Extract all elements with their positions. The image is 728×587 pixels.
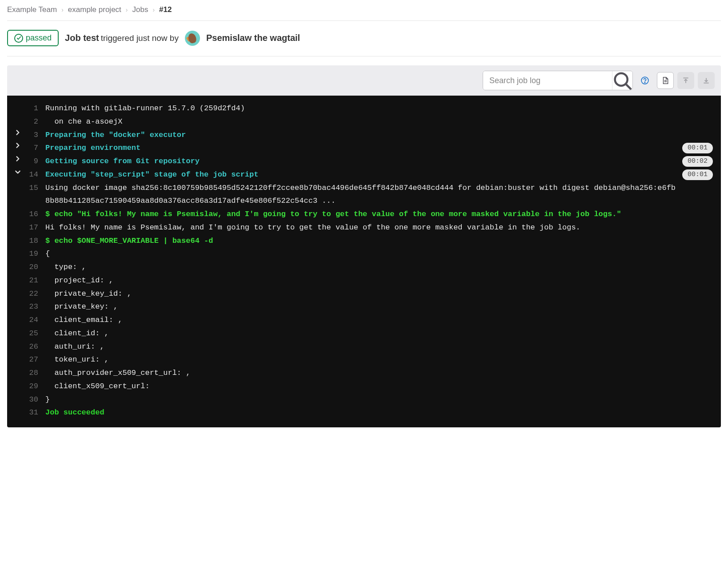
line-number[interactable]: 27 <box>24 353 45 366</box>
log-text: auth_provider_x509_cert_url: , <box>45 366 713 380</box>
log-text: Getting source from Git repository <box>45 155 682 168</box>
log-line: 17Hi folks! My name is Psemislaw, and I'… <box>12 221 713 234</box>
log-gutter <box>12 393 24 394</box>
section-toggle chevron-right-icon[interactable] <box>12 141 24 149</box>
log-text: $ echo "Hi folks! My name is Psemislaw, … <box>45 208 713 221</box>
line-number[interactable]: 3 <box>24 129 45 142</box>
search-box <box>483 71 633 90</box>
breadcrumb-team[interactable]: Example Team <box>7 5 57 14</box>
line-number[interactable]: 26 <box>24 340 45 354</box>
log-line: 20 type: , <box>12 261 713 274</box>
log-panel: 1Running with gitlab-runner 15.7.0 (259d… <box>7 65 721 427</box>
line-number[interactable]: 20 <box>24 261 45 274</box>
status-badge[interactable]: passed <box>7 30 59 46</box>
log-text: Preparing environment <box>45 141 682 155</box>
log-text: project_id: , <box>45 274 713 287</box>
log-gutter <box>12 181 24 182</box>
avatar[interactable] <box>185 31 200 46</box>
log-gutter <box>12 247 24 248</box>
line-number[interactable]: 21 <box>24 274 45 287</box>
log-text: token_uri: , <box>45 353 713 366</box>
document-icon <box>661 76 669 84</box>
log-line: 30} <box>12 393 713 406</box>
breadcrumb-jobs[interactable]: Jobs <box>132 5 148 14</box>
log-text: { <box>45 247 713 261</box>
line-number[interactable]: 25 <box>24 327 45 340</box>
breadcrumb-project[interactable]: example project <box>68 5 121 14</box>
section-duration: 00:01 <box>682 143 713 153</box>
chevron-right-icon: › <box>61 6 64 13</box>
log-line: 23 private_key: , <box>12 300 713 314</box>
log-line: 16$ echo "Hi folks! My name is Psemislaw… <box>12 208 713 221</box>
log-gutter <box>12 208 24 209</box>
log-gutter <box>12 353 24 354</box>
arrow-down-bar-icon <box>702 76 710 84</box>
scroll-bottom-button[interactable] <box>698 72 715 89</box>
check-circle-icon <box>14 34 23 43</box>
breadcrumb-current: #12 <box>159 5 172 14</box>
arrow-up-bar-icon <box>682 76 690 84</box>
line-number[interactable]: 7 <box>24 141 45 155</box>
log-text: client_id: , <box>45 327 713 340</box>
triggered-by-user[interactable]: Psemislaw the wagtail <box>206 33 300 43</box>
log-text: type: , <box>45 261 713 274</box>
log-line: 3Preparing the "docker" executor <box>12 129 713 142</box>
log-text: Job succeeded <box>45 406 713 419</box>
line-number[interactable]: 23 <box>24 300 45 314</box>
log-line: 14Executing "step_script" stage of the j… <box>12 168 713 181</box>
section-toggle chevron-right-icon[interactable] <box>12 155 24 162</box>
svg-line-1 <box>626 84 631 89</box>
line-number[interactable]: 24 <box>24 314 45 327</box>
line-number[interactable]: 2 <box>24 115 45 129</box>
log-text: auth_uri: , <box>45 340 713 354</box>
log-gutter <box>12 340 24 341</box>
line-number[interactable]: 16 <box>24 208 45 221</box>
line-number[interactable]: 1 <box>24 102 45 115</box>
section-toggle chevron-right-icon[interactable] <box>12 129 24 136</box>
svg-point-3 <box>644 82 645 83</box>
raw-log-button[interactable] <box>657 72 674 89</box>
line-number[interactable]: 28 <box>24 366 45 380</box>
log-gutter <box>12 300 24 301</box>
log-text: Executing "step_script" stage of the job… <box>45 168 682 181</box>
line-number[interactable]: 22 <box>24 287 45 301</box>
line-number[interactable]: 18 <box>24 234 45 248</box>
log-text: Using docker image sha256:8c100759b98549… <box>45 181 713 208</box>
search-icon <box>612 71 632 90</box>
log-toolbar <box>7 65 721 96</box>
line-number[interactable]: 19 <box>24 247 45 261</box>
log-line: 28 auth_provider_x509_cert_url: , <box>12 366 713 380</box>
chevron-right-icon: › <box>152 6 155 13</box>
line-number[interactable]: 15 <box>24 181 45 195</box>
search-button[interactable] <box>612 71 632 90</box>
line-number[interactable]: 14 <box>24 168 45 181</box>
log-gutter <box>12 406 24 407</box>
log-text: Preparing the "docker" executor <box>45 129 713 142</box>
log-line: 27 token_uri: , <box>12 353 713 366</box>
log-line: 7Preparing environment00:01 <box>12 141 713 155</box>
log-line: 21 project_id: , <box>12 274 713 287</box>
search-input[interactable] <box>483 71 612 90</box>
log-line: 26 auth_uri: , <box>12 340 713 354</box>
log-gutter <box>12 221 24 222</box>
scroll-top-button[interactable] <box>677 72 694 89</box>
line-number[interactable]: 30 <box>24 393 45 406</box>
line-number[interactable]: 9 <box>24 155 45 168</box>
log-gutter <box>12 327 24 328</box>
help-button[interactable] <box>636 72 653 89</box>
log-gutter <box>12 366 24 367</box>
log-line: 15Using docker image sha256:8c100759b985… <box>12 181 713 208</box>
log-text: private_key: , <box>45 300 713 314</box>
line-number[interactable]: 17 <box>24 221 45 234</box>
line-number[interactable]: 29 <box>24 380 45 393</box>
log-line: 9Getting source from Git repository00:02 <box>12 155 713 168</box>
log-line: 18$ echo $ONE_MORE_VARIABLE | base64 -d <box>12 234 713 248</box>
section-toggle chevron-down-icon[interactable] <box>12 168 24 175</box>
log-text: client_x509_cert_url: <box>45 380 713 393</box>
log-text: } <box>45 393 713 406</box>
job-log: 1Running with gitlab-runner 15.7.0 (259d… <box>7 96 721 427</box>
log-line: 24 client_email: , <box>12 314 713 327</box>
line-number[interactable]: 31 <box>24 406 45 419</box>
section-duration: 00:02 <box>682 156 713 167</box>
log-gutter <box>12 314 24 314</box>
